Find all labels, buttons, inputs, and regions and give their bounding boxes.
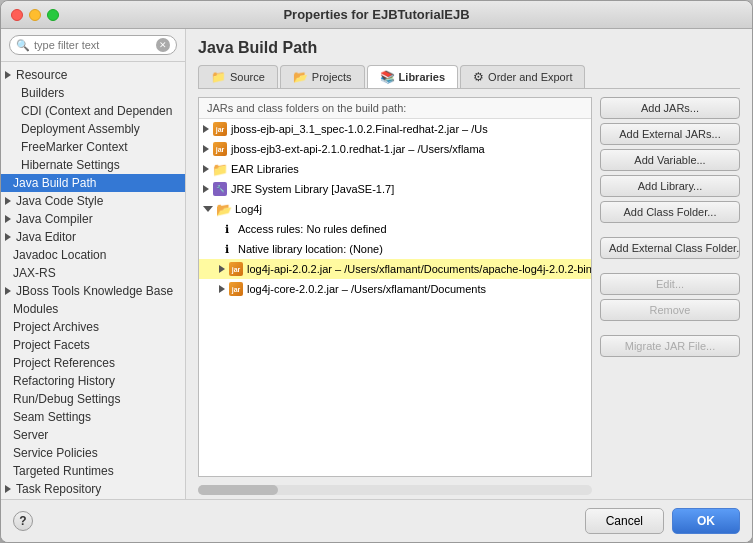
expand-icon — [5, 71, 11, 79]
folder-icon: 📁 — [212, 161, 228, 177]
add-library-button[interactable]: Add Library... — [600, 175, 740, 197]
jar-icon: jar — [212, 141, 228, 157]
sidebar-item-project-references[interactable]: Project References — [1, 354, 185, 372]
tab-projects[interactable]: 📂 Projects — [280, 65, 365, 88]
add-external-jars-button[interactable]: Add External JARs... — [600, 123, 740, 145]
spacer — [600, 325, 740, 331]
add-jars-button[interactable]: Add JARs... — [600, 97, 740, 119]
tree-item-ear-libraries[interactable]: 📁 EAR Libraries — [199, 159, 591, 179]
tree-item-jboss-ejb3[interactable]: jar jboss-ejb3-ext-api-2.1.0.redhat-1.ja… — [199, 139, 591, 159]
migrate-jar-button[interactable]: Migrate JAR File... — [600, 335, 740, 357]
bottom-left: ? — [13, 511, 33, 531]
window-title: Properties for EJBTutorialEJB — [283, 7, 469, 22]
help-button[interactable]: ? — [13, 511, 33, 531]
expand-icon — [5, 233, 11, 241]
sidebar-item-javadoc[interactable]: Javadoc Location — [1, 246, 185, 264]
ok-button[interactable]: OK — [672, 508, 740, 534]
search-icon: 🔍 — [16, 39, 30, 52]
info-icon: ℹ — [219, 241, 235, 257]
search-clear-button[interactable]: ✕ — [156, 38, 170, 52]
tab-order-export[interactable]: ⚙ Order and Export — [460, 65, 585, 88]
sidebar-item-java-code-style[interactable]: Java Code Style — [1, 192, 185, 210]
jar-icon: jar — [228, 281, 244, 297]
sidebar-item-project-facets[interactable]: Project Facets — [1, 336, 185, 354]
sidebar-item-hibernate[interactable]: Hibernate Settings — [1, 156, 185, 174]
projects-icon: 📂 — [293, 70, 308, 84]
tree-panel: JARs and class folders on the build path… — [198, 97, 592, 477]
tab-libraries[interactable]: 📚 Libraries — [367, 65, 458, 88]
sidebar-item-project-archives[interactable]: Project Archives — [1, 318, 185, 336]
sidebar-item-task-repository[interactable]: Task Repository — [1, 480, 185, 498]
scrollbar-thumb — [198, 485, 278, 495]
horizontal-scrollbar[interactable] — [198, 485, 592, 495]
sidebar-item-resource[interactable]: Resource — [1, 66, 185, 84]
sidebar-item-java-editor[interactable]: Java Editor — [1, 228, 185, 246]
sidebar-item-jax-rs[interactable]: JAX-RS — [1, 264, 185, 282]
sidebar-item-builders[interactable]: Builders — [1, 84, 185, 102]
sidebar-item-cdi[interactable]: CDI (Context and Dependen — [1, 102, 185, 120]
sidebar-item-run-debug[interactable]: Run/Debug Settings — [1, 390, 185, 408]
spacer — [600, 227, 740, 233]
source-icon: 📁 — [211, 70, 226, 84]
sidebar-item-seam[interactable]: Seam Settings — [1, 408, 185, 426]
expand-icon — [5, 485, 11, 493]
expand-icon — [5, 215, 11, 223]
expand-icon — [203, 125, 209, 133]
sidebar-item-refactoring[interactable]: Refactoring History — [1, 372, 185, 390]
folder-icon: 📂 — [216, 201, 232, 217]
maximize-button[interactable] — [47, 9, 59, 21]
tree-item-log4j[interactable]: 📂 Log4j — [199, 199, 591, 219]
tree-label: JARs and class folders on the build path… — [199, 98, 591, 119]
tree-item-log4j-api[interactable]: jar log4j-api-2.0.2.jar – /Users/xflaman… — [199, 259, 591, 279]
sidebar-item-java-build-path[interactable]: Java Build Path — [1, 174, 185, 192]
sidebar: 🔍 ✕ Resource Builders CDI (Context and D… — [1, 29, 186, 499]
tree-item-jboss-ejb-api[interactable]: jar jboss-ejb-api_3.1_spec-1.0.2.Final-r… — [199, 119, 591, 139]
jar-icon: jar — [228, 261, 244, 277]
sidebar-item-jboss-tools[interactable]: JBoss Tools Knowledge Base — [1, 282, 185, 300]
build-path-content: JARs and class folders on the build path… — [198, 97, 740, 499]
tree-item-native-lib: ℹ Native library location: (None) — [199, 239, 591, 259]
remove-button[interactable]: Remove — [600, 299, 740, 321]
sidebar-item-deployment[interactable]: Deployment Assembly — [1, 120, 185, 138]
jar-icon: jar — [212, 121, 228, 137]
add-external-class-folder-button[interactable]: Add External Class Folder... — [600, 237, 740, 259]
expand-icon — [219, 265, 225, 273]
close-button[interactable] — [11, 9, 23, 21]
add-class-folder-button[interactable]: Add Class Folder... — [600, 201, 740, 223]
libraries-icon: 📚 — [380, 70, 395, 84]
panel-title: Java Build Path — [198, 39, 740, 57]
search-input[interactable] — [34, 39, 152, 51]
order-export-icon: ⚙ — [473, 70, 484, 84]
tab-source[interactable]: 📁 Source — [198, 65, 278, 88]
sidebar-list: Resource Builders CDI (Context and Depen… — [1, 62, 185, 499]
properties-window: Properties for EJBTutorialEJB 🔍 ✕ Resour… — [0, 0, 753, 543]
sidebar-item-java-compiler[interactable]: Java Compiler — [1, 210, 185, 228]
search-wrapper: 🔍 ✕ — [9, 35, 177, 55]
tree-item-jre-system[interactable]: 🔧 JRE System Library [JavaSE-1.7] — [199, 179, 591, 199]
add-variable-button[interactable]: Add Variable... — [600, 149, 740, 171]
sidebar-item-server[interactable]: Server — [1, 426, 185, 444]
cancel-button[interactable]: Cancel — [585, 508, 664, 534]
lib-icon: 🔧 — [212, 181, 228, 197]
minimize-button[interactable] — [29, 9, 41, 21]
bottom-bar: ? Cancel OK — [1, 499, 752, 542]
sidebar-item-targeted-runtimes[interactable]: Targeted Runtimes — [1, 462, 185, 480]
sidebar-item-service-policies[interactable]: Service Policies — [1, 444, 185, 462]
bottom-right: Cancel OK — [585, 508, 740, 534]
info-icon: ℹ — [219, 221, 235, 237]
sidebar-item-freemaker[interactable]: FreeMarker Context — [1, 138, 185, 156]
titlebar: Properties for EJBTutorialEJB — [1, 1, 752, 29]
spacer — [600, 263, 740, 269]
expand-icon — [5, 287, 11, 295]
traffic-lights — [11, 9, 59, 21]
expand-icon — [203, 145, 209, 153]
expand-icon — [219, 285, 225, 293]
edit-button[interactable]: Edit... — [600, 273, 740, 295]
tree-item-log4j-core[interactable]: jar log4j-core-2.0.2.jar – /Users/xflama… — [199, 279, 591, 299]
search-box: 🔍 ✕ — [1, 29, 185, 62]
tree-item-access-rules: ℹ Access rules: No rules defined — [199, 219, 591, 239]
buttons-panel: Add JARs... Add External JARs... Add Var… — [600, 97, 740, 499]
expand-icon — [203, 165, 209, 173]
sidebar-item-modules[interactable]: Modules — [1, 300, 185, 318]
expand-icon — [203, 206, 213, 212]
